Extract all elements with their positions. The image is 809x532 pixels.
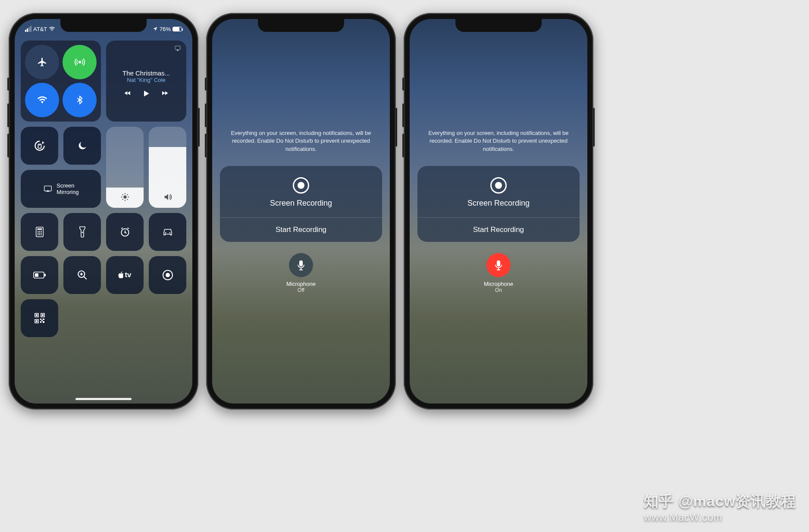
airplane-mode-toggle[interactable] — [25, 45, 59, 79]
phone-recording-mic-off: Everything on your screen, including not… — [206, 13, 396, 410]
phone-recording-mic-on: Everything on your screen, including not… — [404, 13, 593, 410]
screen-record-button[interactable] — [149, 256, 186, 294]
flashlight-button[interactable] — [63, 213, 101, 251]
do-not-disturb-toggle[interactable] — [63, 127, 101, 165]
microphone-label: Microphone — [484, 281, 513, 287]
svg-point-18 — [124, 232, 125, 233]
recording-notice: Everything on your screen, including not… — [220, 129, 382, 153]
svg-rect-37 — [41, 320, 43, 321]
svg-point-0 — [78, 61, 81, 63]
start-recording-button[interactable]: Start Recording — [417, 218, 580, 242]
record-icon — [490, 177, 507, 194]
svg-point-26 — [166, 273, 170, 277]
qr-code-button[interactable] — [21, 299, 58, 337]
signal-icon — [25, 26, 31, 32]
recording-card: Screen Recording Start Recording — [417, 166, 580, 242]
svg-rect-36 — [43, 321, 44, 323]
wifi-toggle[interactable] — [25, 83, 59, 117]
svg-point-3 — [123, 195, 126, 198]
carrier-label: AT&T — [33, 26, 47, 32]
forward-button[interactable] — [160, 89, 169, 98]
bluetooth-toggle[interactable] — [63, 83, 97, 117]
svg-point-20 — [169, 232, 170, 234]
svg-point-16 — [82, 232, 83, 233]
svg-point-7 — [38, 231, 38, 232]
apple-tv-button[interactable]: tv — [106, 256, 144, 294]
svg-rect-6 — [37, 228, 42, 230]
track-title: The Christmas... — [122, 69, 170, 77]
phone-control-center: AT&T 76% — [9, 13, 198, 410]
svg-rect-30 — [42, 314, 44, 316]
record-icon — [293, 177, 309, 194]
recording-title: Screen Recording — [417, 199, 580, 208]
calculator-button[interactable] — [21, 213, 58, 251]
rotation-lock-toggle[interactable] — [21, 127, 58, 165]
notch — [258, 19, 344, 32]
low-power-button[interactable] — [21, 256, 58, 294]
rewind-button[interactable] — [123, 89, 132, 98]
svg-rect-28 — [36, 314, 38, 316]
screen-mirroring-label: Screen Mirroring — [56, 182, 78, 195]
recording-notice: Everything on your screen, including not… — [417, 129, 580, 153]
notch — [60, 19, 147, 32]
watermark-url: www.MacW.com — [644, 511, 796, 523]
home-indicator[interactable] — [75, 398, 132, 400]
svg-point-2 — [39, 145, 40, 146]
connectivity-group — [21, 41, 101, 122]
volume-icon — [163, 192, 173, 202]
svg-rect-39 — [497, 260, 500, 266]
brightness-icon — [120, 192, 130, 202]
svg-rect-33 — [40, 319, 41, 320]
start-recording-button[interactable]: Start Recording — [220, 218, 382, 242]
wifi-status-icon — [49, 26, 55, 31]
alarm-button[interactable] — [106, 213, 144, 251]
microphone-toggle[interactable] — [289, 253, 313, 277]
location-icon — [153, 26, 158, 31]
microphone-state: On — [484, 287, 513, 293]
notch — [455, 19, 542, 32]
svg-rect-23 — [35, 273, 38, 277]
svg-point-19 — [165, 232, 166, 234]
screen-mirroring-icon — [43, 185, 53, 193]
battery-pct: 76% — [160, 26, 171, 32]
svg-point-15 — [41, 234, 41, 235]
svg-rect-22 — [44, 274, 46, 276]
brightness-slider[interactable] — [106, 127, 144, 208]
cellular-data-toggle[interactable] — [63, 45, 97, 79]
microphone-label: Microphone — [286, 281, 316, 287]
svg-rect-38 — [299, 260, 303, 266]
airplay-icon[interactable] — [174, 45, 181, 52]
screen-mirroring-button[interactable]: Screen Mirroring — [21, 170, 101, 208]
svg-point-14 — [39, 234, 40, 235]
svg-rect-34 — [43, 319, 44, 320]
microphone-state: Off — [286, 287, 316, 293]
recording-card: Screen Recording Start Recording — [220, 166, 382, 242]
volume-slider[interactable] — [149, 127, 186, 208]
svg-point-12 — [41, 233, 41, 234]
svg-point-10 — [38, 233, 38, 234]
watermark: 知乎 @macw资讯教程 www.MacW.com — [644, 491, 796, 523]
battery-icon — [172, 27, 182, 31]
recording-title: Screen Recording — [220, 199, 382, 208]
play-button[interactable] — [142, 89, 151, 98]
svg-rect-35 — [40, 321, 41, 323]
svg-point-9 — [41, 231, 41, 232]
magnifier-button[interactable] — [63, 256, 101, 294]
now-playing-tile[interactable]: The Christmas... Nat "King" Cole — [106, 41, 186, 122]
microphone-toggle[interactable] — [486, 253, 511, 277]
watermark-brand: 知乎 @macw资讯教程 — [644, 493, 796, 509]
svg-point-11 — [39, 233, 40, 234]
track-artist: Nat "King" Cole — [127, 77, 165, 83]
driving-mode-button[interactable] — [149, 213, 186, 251]
svg-point-8 — [39, 231, 40, 232]
svg-point-13 — [38, 234, 38, 235]
svg-rect-32 — [36, 320, 38, 322]
